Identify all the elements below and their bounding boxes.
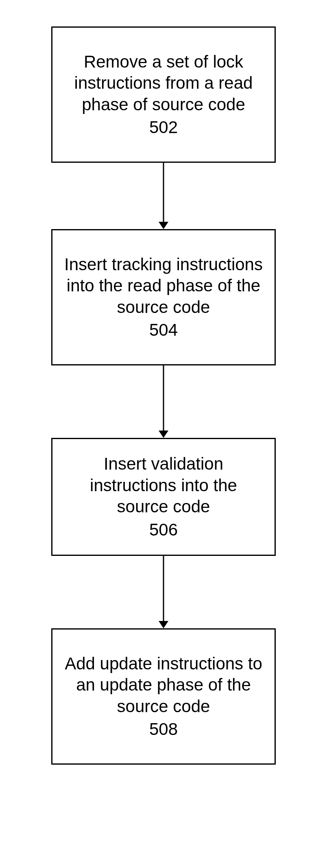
- flow-arrow: [163, 163, 164, 222]
- flow-arrow: [163, 365, 164, 431]
- flowchart-container: Remove a set of lock instructions from a…: [0, 0, 327, 868]
- flow-step-508: Add update instructions to an update pha…: [51, 628, 276, 765]
- flow-arrowhead-icon: [159, 621, 168, 628]
- flow-step-502: Remove a set of lock instructions from a…: [51, 26, 276, 163]
- flow-arrowhead-icon: [159, 222, 168, 229]
- flow-step-text: Remove a set of lock instructions from a…: [62, 51, 265, 116]
- flow-arrowhead-icon: [159, 431, 168, 438]
- flow-step-number: 502: [149, 117, 178, 138]
- flow-step-text: Insert tracking instructions into the re…: [62, 254, 265, 318]
- flow-step-number: 506: [149, 519, 178, 541]
- flow-step-number: 508: [149, 719, 178, 740]
- flow-step-number: 504: [149, 319, 178, 341]
- flow-step-text: Insert validation instructions into the …: [62, 453, 265, 518]
- flow-arrow: [163, 556, 164, 621]
- flow-step-504: Insert tracking instructions into the re…: [51, 229, 276, 365]
- flow-step-text: Add update instructions to an update pha…: [62, 653, 265, 717]
- flow-step-506: Insert validation instructions into the …: [51, 438, 276, 556]
